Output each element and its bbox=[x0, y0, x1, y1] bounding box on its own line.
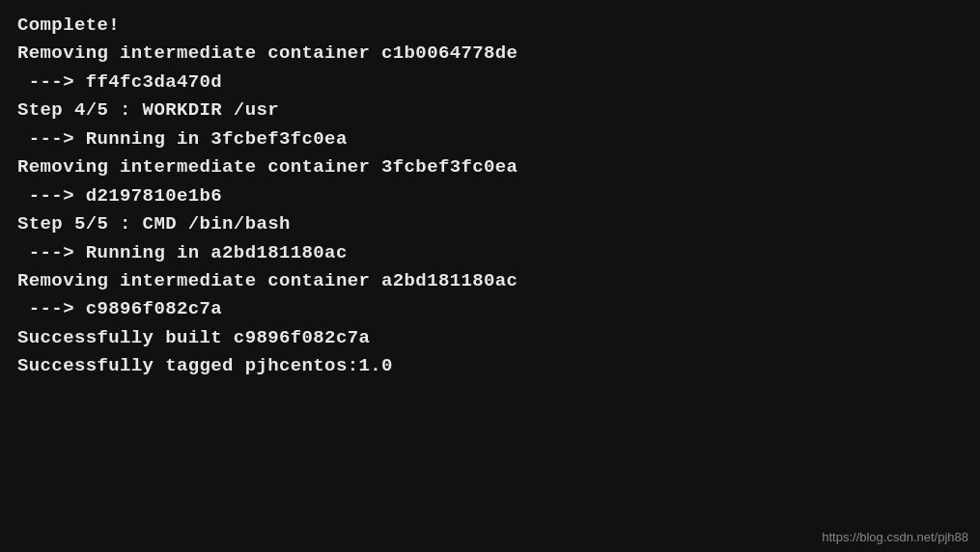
terminal-line: ---> Running in 3fcbef3fc0ea bbox=[17, 125, 963, 153]
terminal-line: Removing intermediate container a2bd1811… bbox=[17, 267, 963, 295]
terminal-line: ---> ff4fc3da470d bbox=[17, 69, 963, 97]
terminal-line: ---> c9896f082c7a bbox=[17, 295, 963, 323]
terminal-window: Complete!Removing intermediate container… bbox=[0, 0, 980, 552]
watermark: https://blog.csdn.net/pjh88 bbox=[822, 530, 968, 544]
terminal-line: Step 4/5 : WORKDIR /usr bbox=[17, 97, 963, 124]
terminal-line: Step 5/5 : CMD /bin/bash bbox=[17, 210, 963, 238]
terminal-output: Complete!Removing intermediate container… bbox=[17, 12, 963, 381]
terminal-line: Complete! bbox=[17, 12, 963, 40]
terminal-line: Successfully tagged pjhcentos:1.0 bbox=[17, 352, 963, 380]
terminal-line: Removing intermediate container c1b00647… bbox=[17, 40, 963, 68]
terminal-line: Removing intermediate container 3fcbef3f… bbox=[17, 153, 963, 181]
terminal-line: Successfully built c9896f082c7a bbox=[17, 324, 963, 352]
terminal-line: ---> Running in a2bd181180ac bbox=[17, 239, 963, 267]
terminal-line: ---> d2197810e1b6 bbox=[17, 182, 963, 210]
